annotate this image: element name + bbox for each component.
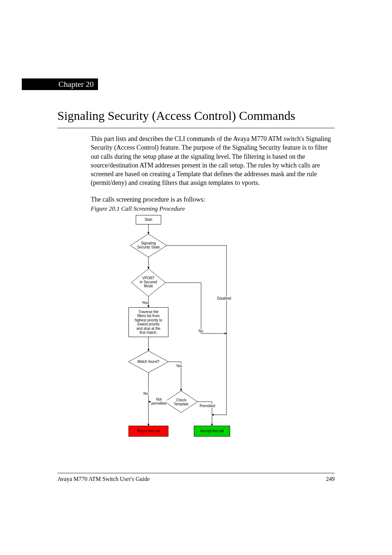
flow-traverse: Traverse the filters list from highest p… <box>128 307 168 337</box>
flow-start: Start <box>136 215 161 224</box>
page-title: Signaling Security (Access Control) Comm… <box>57 109 295 123</box>
chapter-bar-accent <box>22 78 56 90</box>
footer-rule <box>57 473 335 473</box>
footer-title: Avaya M770 ATM Switch User's Guide <box>57 476 150 482</box>
flow-label-vport-no: No <box>198 329 204 333</box>
flow-accept: Accept the call <box>194 426 230 437</box>
svg-marker-1 <box>130 234 167 257</box>
page-footer: Avaya M770 ATM Switch User's Guide 249 <box>57 476 335 482</box>
title-rule <box>57 128 335 128</box>
intro-paragraph: This part lists and describes the CLI co… <box>91 134 334 187</box>
svg-marker-6 <box>128 351 168 373</box>
svg-marker-8 <box>165 391 197 413</box>
figure-caption: Figure 20.1 Call Screening Procedure <box>91 205 185 212</box>
flow-label-vport-yes: Yes <box>142 301 148 305</box>
flow-label-permitted: Permitted <box>199 404 216 408</box>
svg-marker-3 <box>131 269 166 296</box>
flow-label-match-no: No <box>143 392 148 396</box>
page-number: 249 <box>326 476 335 482</box>
chapter-label: Chapter 20 <box>56 78 98 90</box>
flow-reject: Reject the call <box>128 426 168 437</box>
lead-in-sentence: The calls screening procedure is as foll… <box>91 195 334 204</box>
flowchart: Start Signaling Security State VPORT in … <box>118 214 270 453</box>
flow-label-match-yes: Yes <box>176 364 182 368</box>
flow-label-not-permitted: Not permitted <box>151 397 167 405</box>
chapter-header: Chapter 20 <box>22 78 98 90</box>
flow-label-disabled: Disabled <box>217 296 232 300</box>
